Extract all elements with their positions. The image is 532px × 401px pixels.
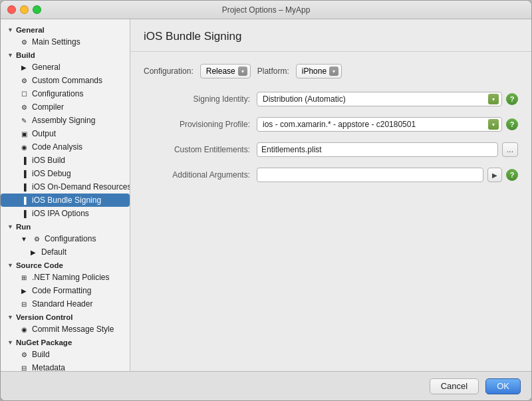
signing-identity-dropdown[interactable]: Distribution (Automatic) ▾ [257, 92, 502, 106]
sidebar-item-ios-debug[interactable]: ▐ iOS Debug [1, 167, 130, 180]
provisioning-profile-row: Provisioning Profile: ios - com.xamarin.… [144, 116, 518, 133]
cancel-button[interactable]: Cancel [430, 378, 479, 394]
sidebar-item-ios-ipa[interactable]: ▐ iOS IPA Options [1, 207, 130, 220]
configurations-icon: ☐ [19, 89, 29, 98]
custom-commands-icon: ⚙ [19, 76, 29, 85]
titlebar: Project Options – MyApp [1, 1, 531, 19]
provisioning-profile-dd-btn[interactable]: ▾ [488, 119, 499, 130]
signing-identity-dd-btn[interactable]: ▾ [488, 94, 499, 104]
ok-button[interactable]: OK [485, 378, 521, 394]
ios-bundle-signing-label: iOS Bundle Signing [32, 196, 101, 205]
code-analysis-icon: ◉ [19, 142, 29, 152]
net-naming-icon: ⊞ [19, 273, 29, 282]
assembly-signing-label: Assembly Signing [32, 116, 95, 125]
configuration-value: Release [206, 67, 235, 76]
ios-on-demand-icon: ▐ [19, 182, 29, 192]
sidebar-item-code-analysis[interactable]: ◉ Code Analysis [1, 140, 130, 154]
signing-identity-help-btn[interactable]: ? [506, 93, 518, 105]
assembly-signing-icon: ✎ [19, 116, 29, 125]
bottom-bar: Cancel OK [1, 371, 531, 400]
sidebar-section-build: ▼ Build [1, 49, 130, 61]
panel-title: iOS Bundle Signing [130, 19, 531, 52]
additional-arguments-row: Additional Arguments: ▶ ? [144, 166, 518, 184]
sidebar-item-net-naming[interactable]: ⊞ .NET Naming Policies [1, 271, 130, 284]
provisioning-profile-field: ios - com.xamarin.* - appstore - c201805… [257, 117, 518, 132]
sidebar-item-ios-bundle-signing[interactable]: ▐ iOS Bundle Signing [1, 194, 130, 207]
sidebar-item-code-formatting[interactable]: ▶ Code Formatting [1, 284, 130, 297]
ios-build-label: iOS Build [32, 156, 65, 165]
provisioning-profile-dropdown[interactable]: ios - com.xamarin.* - appstore - c201805… [257, 117, 502, 132]
configurations-label: Configurations [32, 89, 83, 98]
sidebar-section-version-control: ▼ Version Control [1, 311, 130, 323]
custom-entitlements-row: Custom Entitlements: ... [144, 141, 518, 158]
source-code-label: Source Code [16, 261, 63, 269]
sidebar-item-main-settings[interactable]: ⚙ Main Settings [1, 35, 130, 49]
platform-value: iPhone [302, 67, 327, 76]
minimize-button[interactable] [20, 5, 29, 14]
compiler-label: Compiler [32, 102, 64, 112]
close-button[interactable] [7, 5, 16, 14]
nuget-arrow: ▼ [7, 339, 13, 346]
platform-arrow-icon: ▾ [329, 67, 338, 76]
custom-entitlements-field: ... [257, 142, 518, 157]
additional-arguments-field: ▶ ? [257, 168, 518, 182]
additional-arguments-play-btn[interactable]: ▶ [487, 168, 502, 182]
maximize-button[interactable] [33, 5, 41, 14]
nuget-build-label: Build [32, 350, 50, 359]
code-formatting-label: Code Formatting [32, 286, 91, 295]
custom-entitlements-browse-btn[interactable]: ... [502, 142, 518, 157]
window-controls [7, 5, 41, 14]
additional-arguments-help-btn[interactable]: ? [506, 169, 518, 181]
sidebar-item-configurations[interactable]: ☐ Configurations [1, 87, 130, 100]
build-arrow: ▼ [7, 52, 13, 59]
right-panel: iOS Bundle Signing Configuration: Releas… [130, 19, 531, 371]
sidebar-item-compiler[interactable]: ⚙ Compiler [1, 100, 130, 114]
provisioning-profile-help-btn[interactable]: ? [506, 118, 518, 130]
additional-arguments-input[interactable] [257, 168, 483, 182]
version-control-label: Version Control [16, 313, 73, 321]
commit-msg-icon: ◉ [19, 325, 29, 334]
platform-dropdown[interactable]: iPhone ▾ [296, 64, 342, 78]
general-label: General [16, 26, 45, 34]
run-arrow: ▼ [7, 223, 13, 230]
sidebar-item-nuget-metadata[interactable]: ⊟ Metadata [1, 361, 130, 371]
ios-debug-label: iOS Debug [32, 169, 71, 178]
sidebar-item-output[interactable]: ▣ Output [1, 127, 130, 140]
main-window: Project Options – MyApp ▼ General ⚙ Main… [0, 0, 532, 401]
ios-ipa-icon: ▐ [19, 209, 29, 218]
code-analysis-label: Code Analysis [32, 142, 82, 152]
sidebar-item-ios-build[interactable]: ▐ iOS Build [1, 154, 130, 167]
sidebar-item-assembly-signing[interactable]: ✎ Assembly Signing [1, 114, 130, 127]
sidebar: ▼ General ⚙ Main Settings ▼ Build ▶ Gene… [1, 19, 130, 371]
configuration-dropdown[interactable]: Release ▾ [200, 64, 251, 78]
custom-entitlements-input[interactable] [257, 142, 498, 157]
ios-ipa-label: iOS IPA Options [32, 209, 89, 218]
sidebar-item-commit-msg[interactable]: ◉ Commit Message Style [1, 323, 130, 336]
nuget-build-icon: ⚙ [19, 350, 29, 359]
general-arrow: ▼ [7, 27, 13, 33]
platform-label: Platform: [257, 67, 289, 76]
sidebar-item-run-configurations[interactable]: ▼ ⚙ Configurations [1, 232, 130, 245]
sidebar-section-source-code: ▼ Source Code [1, 259, 130, 271]
run-configurations-icon: ▼ [19, 234, 29, 243]
ios-on-demand-label: iOS On-Demand Resources [32, 182, 130, 192]
run-label: Run [16, 223, 31, 231]
main-content: ▼ General ⚙ Main Settings ▼ Build ▶ Gene… [1, 19, 531, 371]
main-settings-icon: ⚙ [19, 37, 29, 47]
sidebar-item-run-default[interactable]: ▶ Default [1, 245, 130, 259]
sidebar-item-build-general[interactable]: ▶ General [1, 61, 130, 74]
compiler-icon: ⚙ [19, 102, 29, 112]
additional-arguments-label: Additional Arguments: [144, 170, 257, 180]
config-label: Configuration: [144, 67, 194, 76]
sidebar-item-standard-header[interactable]: ⊟ Standard Header [1, 297, 130, 311]
nuget-metadata-icon: ⊟ [19, 363, 29, 371]
sidebar-item-ios-on-demand[interactable]: ▐ iOS On-Demand Resources [1, 180, 130, 194]
run-default-label: Default [41, 247, 66, 257]
main-settings-label: Main Settings [32, 37, 80, 47]
sidebar-item-custom-commands[interactable]: ⚙ Custom Commands [1, 74, 130, 87]
nuget-metadata-label: Metadata [32, 363, 65, 371]
config-platform-row: Configuration: Release ▾ Platform: iPhon… [144, 64, 518, 78]
sidebar-item-nuget-build[interactable]: ⚙ Build [1, 348, 130, 361]
nuget-label: NuGet Package [16, 338, 72, 346]
custom-commands-label: Custom Commands [32, 76, 102, 85]
